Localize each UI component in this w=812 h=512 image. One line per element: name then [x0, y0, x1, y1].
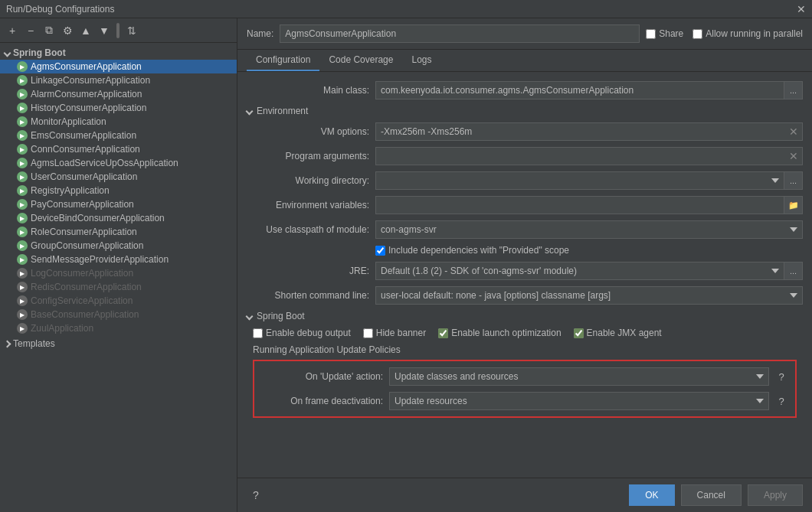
app-icon: ▶	[17, 282, 28, 292]
enable-launch-checkbox[interactable]	[438, 328, 448, 338]
policies-box: On 'Update' action: Update classes and r…	[253, 360, 797, 418]
tree-item-label: RegistryApplication	[31, 185, 110, 196]
ok-button[interactable]: OK	[629, 484, 674, 506]
tab-code-coverage[interactable]: Code Coverage	[319, 50, 402, 71]
classpath-select[interactable]: con-agms-svr	[375, 220, 803, 239]
tree-item-label: UserConsumerApplication	[31, 171, 137, 182]
tree-item-label: HistoryConsumerApplication	[31, 103, 146, 113]
tree-item[interactable]: ▶RegistryApplication	[0, 184, 237, 197]
name-label: Name:	[247, 28, 273, 39]
on-frame-help-button[interactable]: ?	[774, 393, 789, 409]
tree-item[interactable]: ▶ConnConsumerApplication	[0, 142, 237, 156]
title-bar: Run/Debug Configurations ✕	[0, 0, 812, 18]
name-right: Share Allow running in parallel	[646, 28, 803, 39]
cancel-button[interactable]: Cancel	[681, 484, 742, 506]
vm-options-input[interactable]	[375, 122, 803, 141]
on-update-select[interactable]: Update classes and resources Update reso…	[389, 367, 769, 386]
working-dir-row: Working directory: ...	[247, 171, 803, 190]
app-icon: ▶	[17, 295, 28, 306]
share-checkbox[interactable]	[646, 29, 656, 39]
tree-item[interactable]: ▶SendMessageProviderApplication	[0, 253, 237, 266]
tree-item[interactable]: ▶MonitorApplication	[0, 115, 237, 129]
working-dir-label: Working directory:	[247, 175, 369, 186]
enable-jmx-label[interactable]: Enable JMX agent	[574, 328, 662, 338]
jre-label: JRE:	[247, 266, 369, 276]
share-checkbox-label[interactable]: Share	[646, 28, 683, 39]
tree-item[interactable]: ▶GroupConsumerApplication	[0, 239, 237, 253]
jre-select[interactable]: Default (1.8 (2) - SDK of 'con-agms-svr'…	[375, 262, 784, 280]
app-icon: ▶	[17, 323, 28, 334]
include-deps-label: Include dependencies with "Provided" sco…	[388, 245, 569, 256]
tree-item[interactable]: ▶EmsConsumerApplication	[0, 129, 237, 142]
enable-launch-text: Enable launch optimization	[451, 328, 561, 338]
policies-label: Running Application Update Policies	[247, 344, 803, 355]
app-icon: ▶	[17, 158, 28, 168]
app-icon: ▶	[17, 227, 28, 237]
remove-config-button[interactable]: −	[23, 23, 38, 38]
tree-item[interactable]: ▶DeviceBindConsumerApplication	[0, 211, 237, 225]
tab-logs[interactable]: Logs	[402, 50, 440, 71]
tree-item-label: GroupConsumerApplication	[31, 240, 143, 251]
hide-banner-label[interactable]: Hide banner	[363, 328, 426, 338]
bottom-bar: ? OK Cancel Apply	[237, 478, 812, 512]
env-chevron-icon	[246, 107, 254, 115]
tree-item-label: LogConsumerApplication	[31, 268, 133, 279]
tree-item[interactable]: ▶ZuulApplication	[0, 321, 237, 335]
tree-item-label: AgmsLoadServiceUpOssApplication	[31, 158, 178, 168]
tree-item[interactable]: ▶BaseConsumerApplication	[0, 308, 237, 321]
add-config-button[interactable]: +	[5, 23, 20, 38]
classpath-row: Use classpath of module: con-agms-svr	[247, 220, 803, 239]
left-panel: + − ⧉ ⚙ ▲ ▼ ⇅ Spring Boot ▶AgmsConsumerA…	[0, 18, 237, 512]
tree-item[interactable]: ▶PayConsumerApplication	[0, 197, 237, 211]
templates-header[interactable]: Templates	[0, 337, 237, 351]
name-input[interactable]	[280, 24, 640, 43]
tree-item[interactable]: ▶RoleConsumerApplication	[0, 225, 237, 239]
vm-options-clear-button[interactable]: ✕	[784, 122, 803, 141]
jre-browse-button[interactable]: ...	[784, 262, 803, 280]
hide-banner-checkbox[interactable]	[363, 328, 373, 338]
move-down-button[interactable]: ▼	[97, 23, 112, 38]
program-args-input[interactable]	[375, 147, 803, 165]
include-deps-checkbox[interactable]	[375, 246, 385, 256]
tree-item[interactable]: ▶RedisConsumerApplication	[0, 280, 237, 294]
working-dir-select[interactable]	[375, 171, 784, 190]
tree-item[interactable]: ▶UserConsumerApplication	[0, 170, 237, 184]
on-update-help-button[interactable]: ?	[774, 369, 789, 384]
sort-button[interactable]: ⇅	[124, 23, 139, 38]
edit-templates-button[interactable]: ⚙	[60, 23, 75, 38]
tree-item[interactable]: ▶ConfigServiceApplication	[0, 294, 237, 308]
allow-parallel-checkbox[interactable]	[692, 29, 702, 39]
copy-config-button[interactable]: ⧉	[41, 23, 57, 38]
main-class-browse-button[interactable]: ...	[784, 81, 803, 99]
env-vars-input[interactable]	[375, 196, 784, 214]
close-button[interactable]: ✕	[797, 3, 806, 15]
spring-boot-chevron-icon	[246, 312, 254, 320]
move-up-button[interactable]: ▲	[78, 23, 93, 38]
enable-debug-checkbox[interactable]	[253, 328, 263, 338]
tree-item[interactable]: ▶AgmsConsumerApplication	[0, 60, 237, 73]
allow-parallel-checkbox-label[interactable]: Allow running in parallel	[692, 28, 803, 39]
app-icon: ▶	[17, 185, 28, 196]
tree-item[interactable]: ▶AgmsLoadServiceUpOssApplication	[0, 156, 237, 170]
app-icon: ▶	[17, 171, 28, 182]
include-deps-row: Include dependencies with "Provided" sco…	[247, 245, 803, 256]
allow-parallel-label: Allow running in parallel	[706, 28, 803, 39]
tree-item[interactable]: ▶HistoryConsumerApplication	[0, 101, 237, 115]
tree-item[interactable]: ▶LogConsumerApplication	[0, 266, 237, 280]
tree-item[interactable]: ▶LinkageConsumerApplication	[0, 73, 237, 87]
enable-debug-text: Enable debug output	[266, 328, 351, 338]
main-class-input[interactable]	[375, 81, 784, 99]
program-args-clear-button[interactable]: ✕	[784, 147, 803, 165]
apply-button[interactable]: Apply	[748, 484, 803, 506]
tab-configuration[interactable]: Configuration	[247, 50, 319, 71]
spring-boot-group-header[interactable]: Spring Boot	[0, 46, 237, 60]
on-frame-select[interactable]: Update resources Do nothing Update class…	[389, 392, 769, 410]
enable-launch-label[interactable]: Enable launch optimization	[438, 328, 561, 338]
enable-jmx-checkbox[interactable]	[574, 328, 584, 338]
env-vars-browse-button[interactable]: 📁	[784, 196, 803, 214]
enable-debug-label[interactable]: Enable debug output	[253, 328, 351, 338]
tree-item[interactable]: ▶AlarmConsumerApplication	[0, 87, 237, 101]
working-dir-browse-button[interactable]: ...	[784, 171, 803, 190]
help-button[interactable]: ?	[247, 486, 265, 504]
shorten-cmd-select[interactable]: user-local default: none - java [options…	[375, 286, 803, 305]
